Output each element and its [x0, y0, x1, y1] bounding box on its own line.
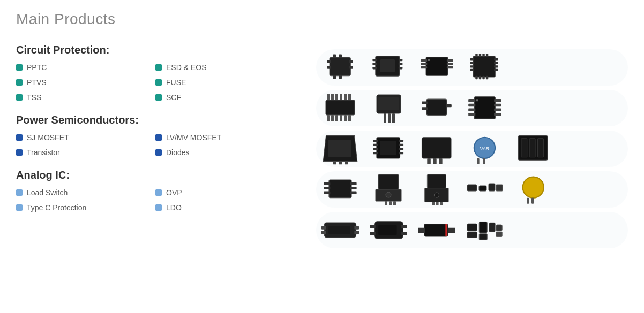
svg-rect-75	[333, 162, 336, 164]
svg-rect-116	[432, 202, 435, 205]
chip-image	[370, 51, 407, 83]
svg-rect-2	[327, 66, 331, 68]
list-item[interactable]: Load Switch	[16, 187, 155, 199]
analog-ic-items: Load Switch OVP Type C Protection LDO	[16, 187, 295, 213]
image-row-4	[316, 171, 628, 208]
main-layout: Circuit Protection: PPTC ESD & EOS PTVS …	[16, 44, 628, 248]
svg-rect-118	[440, 202, 443, 205]
list-item[interactable]: TSS	[16, 91, 155, 103]
svg-rect-136	[370, 232, 376, 235]
bullet-icon	[155, 64, 162, 71]
svg-rect-12	[372, 67, 377, 69]
svg-rect-15	[399, 67, 403, 69]
list-item[interactable]: LV/MV MOSFET	[155, 132, 295, 143]
list-item[interactable]: Type C Protection	[16, 202, 155, 213]
svg-rect-14	[399, 63, 403, 65]
item-label: LV/MV MOSFET	[166, 133, 221, 142]
bullet-icon	[155, 79, 162, 86]
svg-rect-130	[321, 231, 326, 234]
bullet-icon	[16, 189, 23, 196]
svg-rect-149	[496, 232, 502, 236]
bullet-icon	[155, 204, 162, 211]
list-item[interactable]: SCF	[155, 91, 295, 103]
svg-point-124	[522, 177, 543, 198]
item-label: Type C Protection	[27, 203, 86, 212]
svg-rect-120	[467, 185, 477, 191]
svg-rect-37	[486, 54, 488, 57]
category-title-analog-ic: Analog IC:	[16, 169, 295, 181]
list-item[interactable]: Transistor	[16, 147, 155, 158]
bullet-icon	[16, 64, 23, 71]
svg-rect-54	[348, 94, 351, 100]
list-item[interactable]: PTVS	[16, 77, 155, 88]
chip-image	[418, 214, 455, 246]
svg-rect-23	[447, 66, 453, 68]
svg-rect-13	[399, 59, 403, 61]
chip-image	[466, 214, 504, 246]
svg-rect-27	[470, 62, 475, 64]
svg-rect-33	[494, 69, 498, 71]
svg-rect-91	[433, 158, 437, 164]
svg-rect-34	[476, 54, 478, 57]
image-row-3: VAR	[316, 131, 628, 167]
svg-rect-102	[324, 182, 330, 185]
svg-rect-59	[378, 97, 399, 110]
svg-rect-111	[389, 201, 392, 205]
svg-rect-38	[476, 76, 478, 80]
svg-rect-31	[494, 62, 498, 64]
item-label: OVP	[166, 188, 182, 197]
svg-rect-134	[370, 225, 376, 228]
svg-rect-8	[339, 75, 342, 79]
svg-rect-52	[340, 94, 342, 100]
svg-rect-110	[385, 201, 387, 205]
svg-rect-58	[392, 113, 395, 123]
bullet-icon	[16, 79, 23, 86]
chip-image	[321, 92, 359, 124]
svg-rect-143	[467, 224, 477, 231]
svg-rect-30	[494, 58, 498, 60]
chip-image	[418, 173, 455, 205]
list-item[interactable]: PPTC	[16, 62, 155, 73]
svg-rect-36	[483, 54, 485, 57]
list-item[interactable]: FUSE	[155, 77, 295, 88]
svg-rect-139	[424, 224, 448, 236]
svg-rect-71	[494, 109, 501, 111]
svg-rect-86	[399, 148, 404, 150]
svg-rect-72	[494, 113, 501, 116]
svg-rect-20	[421, 66, 427, 68]
list-item[interactable]: OVP	[155, 187, 295, 199]
list-item[interactable]: Diodes	[155, 147, 295, 158]
svg-point-119	[434, 193, 439, 197]
item-label: SCF	[166, 93, 181, 102]
list-item[interactable]: LDO	[155, 202, 295, 213]
svg-rect-104	[324, 192, 330, 194]
bullet-icon	[155, 149, 162, 156]
chip-image	[321, 51, 359, 83]
svg-rect-53	[344, 94, 347, 100]
svg-rect-99	[529, 139, 535, 157]
svg-rect-125	[531, 198, 534, 204]
svg-rect-41	[486, 76, 488, 80]
item-label: TSS	[27, 93, 41, 102]
svg-rect-80	[373, 140, 378, 142]
category-power-semiconductors: Power Semiconductors: SJ MOSFET LV/MV MO…	[16, 114, 295, 158]
svg-rect-89	[422, 138, 452, 158]
category-title-circuit-protection: Circuit Protection:	[16, 44, 295, 56]
svg-rect-146	[479, 234, 487, 240]
svg-rect-78	[328, 140, 351, 157]
bullet-icon	[16, 134, 23, 141]
chip-image	[418, 92, 455, 124]
svg-rect-135	[401, 225, 407, 228]
list-item[interactable]: ESD & EOS	[155, 62, 295, 73]
svg-rect-106	[350, 187, 357, 189]
list-item[interactable]: SJ MOSFET	[16, 132, 155, 143]
item-label: PPTC	[27, 63, 47, 72]
svg-rect-65	[468, 99, 475, 102]
svg-rect-100	[538, 139, 544, 157]
image-row-2	[316, 90, 628, 126]
svg-rect-117	[436, 202, 439, 205]
svg-rect-19	[421, 63, 427, 65]
chip-image	[321, 173, 359, 205]
power-semiconductors-items: SJ MOSFET LV/MV MOSFET Transistor Diodes	[16, 132, 295, 158]
item-label: PTVS	[27, 78, 47, 87]
